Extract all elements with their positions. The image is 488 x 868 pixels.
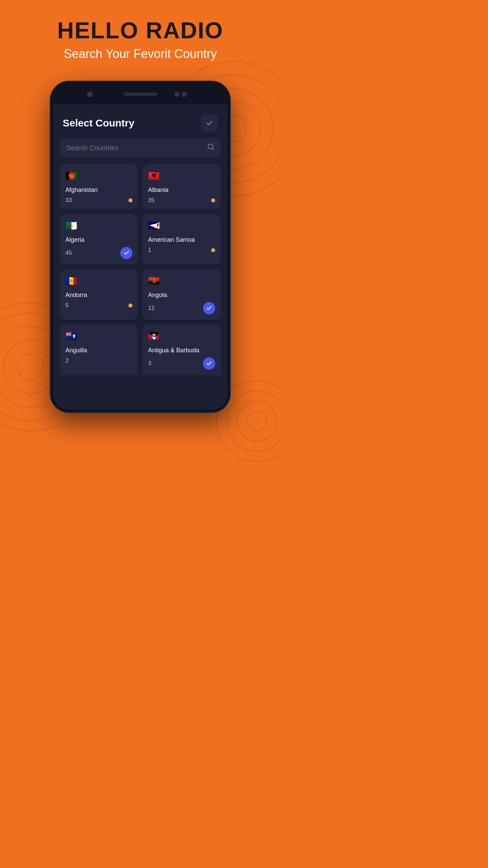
header-section: HELLO RADIO Search Your Fevorit Country [57, 17, 223, 61]
country-grid: 🇦🇫 Afghanistan 33 🇦🇱 Albania 35 [53, 164, 227, 382]
app-title: HELLO RADIO [57, 17, 223, 43]
station-count-andorra: 5 [65, 302, 68, 309]
flag-afghanistan: 🇦🇫 [65, 171, 80, 181]
country-name-andorra: Andorra [65, 292, 133, 299]
flag-albania: 🇦🇱 [148, 171, 163, 181]
phone-screen: Select Country [53, 104, 227, 410]
phone-volume-button [50, 138, 51, 162]
status-dot-afghanistan [128, 198, 133, 202]
camera-dot-2 [182, 92, 187, 97]
country-card-andorra[interactable]: 🇦🇩 Andorra 5 [60, 269, 138, 320]
country-footer-andorra: 5 [65, 302, 133, 309]
selected-check-algeria [120, 247, 133, 259]
country-name-american-samoa: American Samoa [148, 236, 215, 243]
country-footer-algeria: 45 [65, 247, 133, 259]
phone-bottom-edge [53, 382, 227, 392]
selected-check-antigua [203, 357, 215, 370]
search-bar[interactable] [60, 138, 221, 157]
country-name-afghanistan: Afghanistan [65, 186, 133, 194]
status-dot-andorra [128, 303, 133, 308]
country-footer-afghanistan: 33 [65, 197, 133, 204]
station-count-afghanistan: 33 [65, 197, 72, 204]
country-footer-american-samoa: 1 [148, 247, 215, 254]
flag-american-samoa: 🇦🇸 [148, 221, 163, 231]
country-footer-angola: 12 [148, 302, 215, 314]
country-card-american-samoa[interactable]: 🇦🇸 American Samoa 1 [143, 214, 221, 264]
flag-angola: 🇦🇴 [148, 276, 163, 286]
screen-header: Select Country [53, 104, 227, 138]
app-subtitle: Search Your Fevorit Country [57, 47, 223, 61]
country-footer-anguilla: 2 [65, 357, 133, 364]
country-card-afghanistan[interactable]: 🇦🇫 Afghanistan 33 [60, 164, 138, 209]
status-dot-american-samoa [211, 248, 215, 252]
country-card-antigua[interactable]: 🇦🇬 Antigua & Barbuda 3 [143, 324, 221, 375]
camera-dot-1 [175, 92, 179, 97]
phone-top-bar [53, 84, 227, 104]
search-icon [207, 143, 215, 153]
country-name-albania: Albania [148, 186, 215, 194]
country-footer-antigua: 3 [148, 357, 215, 370]
status-dot-albania [211, 198, 215, 202]
camera-sensors [175, 92, 187, 97]
phone-outer: Select Country [50, 81, 230, 412]
screen-title: Select Country [63, 117, 135, 129]
flag-andorra: 🇦🇩 [65, 276, 80, 286]
country-name-antigua: Antigua & Barbuda [148, 347, 215, 354]
flag-algeria: 🇩🇿 [65, 221, 80, 231]
station-count-anguilla: 2 [65, 357, 68, 364]
station-count-algeria: 45 [65, 250, 72, 256]
country-card-anguilla[interactable]: 🇦🇮 Anguilla 2 [60, 324, 138, 375]
country-name-anguilla: Anguilla [65, 347, 133, 354]
country-footer-albania: 35 [148, 197, 215, 204]
front-camera [87, 92, 93, 97]
search-input[interactable] [66, 144, 207, 152]
confirm-button[interactable] [201, 115, 218, 132]
country-name-algeria: Algeria [65, 236, 133, 243]
flag-antigua: 🇦🇬 [148, 331, 163, 341]
country-card-algeria[interactable]: 🇩🇿 Algeria 45 [60, 214, 138, 264]
svg-line-1 [212, 148, 214, 150]
phone-mockup: Select Country [50, 81, 230, 412]
phone-speaker [123, 93, 157, 96]
phone-power-button [229, 145, 230, 179]
station-count-albania: 35 [148, 197, 155, 204]
selected-check-angola [203, 302, 215, 314]
country-card-albania[interactable]: 🇦🇱 Albania 35 [143, 164, 221, 209]
country-name-angola: Angola [148, 292, 215, 299]
station-count-antigua: 3 [148, 360, 151, 367]
country-card-angola[interactable]: 🇦🇴 Angola 12 [143, 269, 221, 320]
flag-anguilla: 🇦🇮 [65, 331, 80, 341]
station-count-angola: 12 [148, 305, 155, 312]
station-count-american-samoa: 1 [148, 247, 151, 254]
